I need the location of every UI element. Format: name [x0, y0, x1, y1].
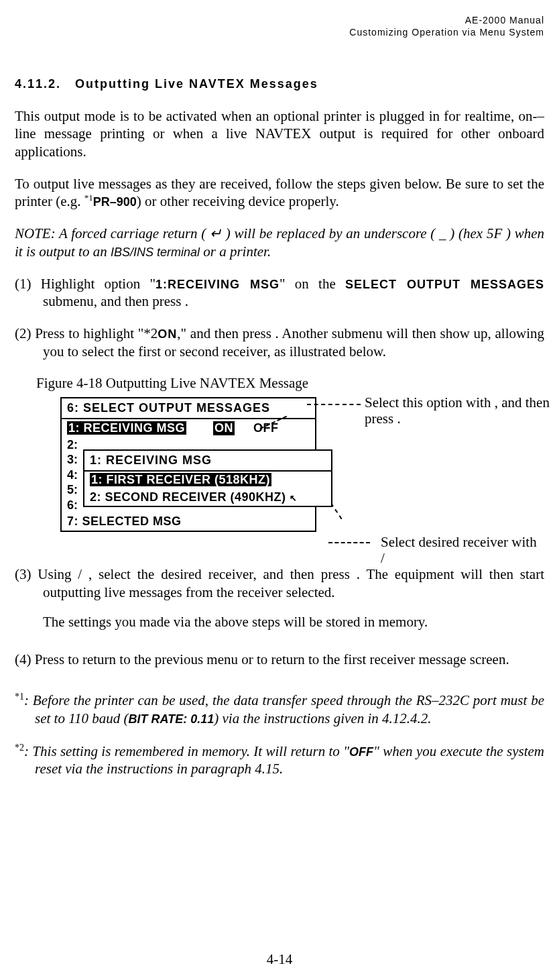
footnote-1: *1: Before the printer can be used, the … — [15, 691, 544, 727]
header-line-1: AE-2000 Manual — [15, 15, 544, 27]
header-line-2: Customizing Operation via Menu System — [15, 27, 544, 39]
callout-line-bot — [328, 542, 370, 543]
menu1-on-highlight: ON — [213, 421, 235, 435]
submenu-receiving-msg: 1: RECEIVING MSG 1: FIRST RECEIVER (518K… — [83, 449, 332, 507]
callout-top: Select this option with , and then press… — [365, 394, 552, 427]
menu2-title: 1: RECEIVING MSG — [84, 451, 331, 472]
section-number: 4.11.2. — [15, 77, 61, 91]
section-heading: 4.11.2. Outputting Live NAVTEX Messages — [15, 77, 544, 91]
step-4: (4) Press to return to the previous menu… — [15, 651, 544, 668]
section-title: Outputting Live NAVTEX Messages — [75, 77, 318, 91]
callout-line-top — [307, 404, 361, 405]
paragraph-1: This output mode is to be activated when… — [15, 107, 544, 160]
menu1-title: 6: SELECT OUTPUT MESSAGES — [62, 398, 315, 419]
footnote-2: *2: This setting is remembered in memory… — [15, 742, 544, 778]
paragraph-2: To output live messages as they are rece… — [15, 175, 544, 211]
menu2-option-second-receiver: 2: SECOND RECEIVER (490KHZ) ↖ — [84, 488, 331, 506]
page-header: AE-2000 Manual Customizing Operation via… — [15, 15, 544, 38]
step-3-note: The settings you made via the above step… — [15, 613, 544, 631]
step-3: (3) Using / , select the desired receive… — [15, 565, 544, 601]
page-number: 4-14 — [0, 951, 559, 968]
note-paragraph: NOTE: A forced carriage return ( ↵ ) wil… — [15, 225, 544, 260]
callout-bottom: Select desired receiver with / — [381, 534, 559, 566]
figure-4-18: 6: SELECT OUTPUT MESSAGES 1: RECEIVING M… — [60, 397, 544, 533]
menu2-option-first-receiver: 1: FIRST RECEIVER (518KHZ) — [84, 472, 331, 488]
menu1-selected-msg: 7: SELECTED MSG — [62, 512, 315, 531]
step-2: (2) Press to highlight "*2ON," and then … — [15, 325, 544, 360]
menu1-label-highlight: 1: RECEIVING MSG — [67, 421, 186, 435]
figure-caption: Figure 4-18 Outputting Live NAVTEX Messa… — [36, 375, 544, 392]
cursor-arrow-icon: ↖ — [290, 490, 297, 504]
step-1: (1) Highlight option "1:RECEIVING MSG" o… — [15, 275, 544, 311]
